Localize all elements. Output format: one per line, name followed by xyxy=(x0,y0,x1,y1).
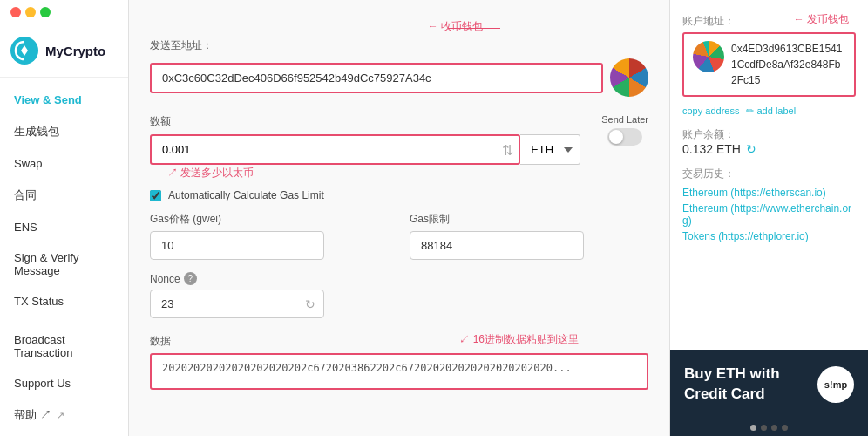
data-input[interactable]: 20202020202020202020202c6720203862202c67… xyxy=(150,353,648,390)
banner-dot-2[interactable] xyxy=(761,425,767,431)
sidebar-item-broadcast[interactable]: Broadcast Transaction xyxy=(0,324,128,368)
main-content: ← 收币钱包 发送至地址： 数额 ⇅ ETH USD ↗ xyxy=(129,0,669,436)
logo-text: MyCrypto xyxy=(45,44,105,58)
buy-eth-text: Buy ETH with Credit Card xyxy=(684,364,780,405)
to-address-label: 发送至地址： xyxy=(150,38,648,53)
account-actions: copy address ✏ add label xyxy=(682,106,856,117)
toggle-knob xyxy=(609,130,623,144)
hex-annotation: ↙ 16进制数据粘贴到这里 xyxy=(459,332,579,347)
sidebar: MyCrypto View & Send 生成钱包 Swap 合同 ENS Si… xyxy=(0,0,129,436)
nonce-refresh-icon[interactable]: ↻ xyxy=(305,297,315,311)
account-identicon xyxy=(693,41,724,72)
amount-input[interactable] xyxy=(150,134,520,165)
send-wallet-annotation: ← 发币钱包 xyxy=(794,12,849,27)
balance-section: 账户余额： 0.132 ETH ↻ xyxy=(682,127,856,156)
amount-currency-row: ⇅ ETH USD xyxy=(150,134,580,165)
nonce-input[interactable] xyxy=(150,290,324,318)
auto-gas-row: Automatically Calculate Gas Limit xyxy=(150,189,648,201)
tx-link-etherchain[interactable]: Ethereum (https://www.etherchain.org) xyxy=(682,202,856,227)
gas-limit-input[interactable] xyxy=(410,231,584,260)
sidebar-item-sign-verify[interactable]: Sign & Verify Message xyxy=(0,242,128,286)
sidebar-nav: View & Send 生成钱包 Swap 合同 ENS Sign & Veri… xyxy=(0,78,128,436)
tx-link-ethplorer[interactable]: Tokens (https://ethplorer.io) xyxy=(682,230,856,242)
address-row xyxy=(150,58,648,97)
sidebar-item-change-language[interactable]: Change Language ↗ xyxy=(0,432,128,436)
amount-section: 数额 ⇅ ETH USD ↗ 发送多少以太币 xyxy=(150,114,580,165)
tx-history-section: 交易历史： Ethereum (https://etherscan.io) Et… xyxy=(682,167,856,242)
gas-limit-label: Gas限制 xyxy=(410,212,648,227)
sidebar-item-help[interactable]: 帮助 ↗ xyxy=(0,399,128,432)
tx-link-etherscan[interactable]: Ethereum (https://etherscan.io) xyxy=(682,187,856,199)
gas-limit-field: Gas限制 xyxy=(410,212,648,260)
mycrypto-logo-icon xyxy=(10,37,38,65)
maximize-button[interactable] xyxy=(40,7,51,17)
currency-select[interactable]: ETH USD xyxy=(520,134,580,165)
account-address-box: 0x4ED3d9613CBE15411CcdfDe8aAf32e848Fb2Fc… xyxy=(682,32,856,97)
amount-label: 数额 xyxy=(150,114,580,129)
to-address-input[interactable] xyxy=(150,63,603,93)
sidebar-item-contract[interactable]: 合同 xyxy=(0,179,128,212)
send-later-label: Send Later xyxy=(601,114,648,125)
banner-dots xyxy=(670,419,868,436)
amount-input-wrap: ⇅ xyxy=(150,134,520,165)
sidebar-item-swap[interactable]: Swap xyxy=(0,148,128,179)
gas-price-field: Gas价格 (gwei) xyxy=(150,212,389,260)
data-section: ↙ 16进制数据粘贴到这里 数据 20202020202020202020202… xyxy=(150,334,648,392)
minimize-button[interactable] xyxy=(25,7,36,17)
sidebar-item-tx-status[interactable]: TX Status xyxy=(0,286,128,317)
auto-gas-label: Automatically Calculate Gas Limit xyxy=(168,189,324,201)
copy-address-link[interactable]: copy address xyxy=(682,106,739,117)
balance-value-row: 0.132 ETH ↻ xyxy=(682,142,856,156)
amount-stepper-icon[interactable]: ⇅ xyxy=(502,141,513,158)
close-button[interactable] xyxy=(10,7,21,17)
sidebar-bottom: Broadcast Transaction Support Us 帮助 ↗ Ch… xyxy=(0,317,128,436)
to-address-identicon xyxy=(610,58,648,97)
banner-dot-4[interactable] xyxy=(782,425,788,431)
send-later-group: Send Later xyxy=(601,114,648,146)
nonce-input-wrap: ↻ xyxy=(150,290,324,318)
nonce-help-icon[interactable]: ? xyxy=(184,272,197,285)
data-input-wrap: 20202020202020202020202c6720203862202c67… xyxy=(150,353,648,392)
add-label-link[interactable]: ✏ add label xyxy=(746,106,796,117)
sidebar-item-ens[interactable]: ENS xyxy=(0,212,128,242)
nonce-label-row: Nonce ? xyxy=(150,272,648,285)
balance-refresh-icon[interactable]: ↻ xyxy=(746,142,756,156)
account-info: 账户地址： ← 发币钱包 0x4ED3d9613CBE15411CcdfDe8a… xyxy=(670,0,868,350)
buy-eth-banner[interactable]: Buy ETH with Credit Card s!mp xyxy=(670,350,868,419)
account-address-text: 0x4ED3d9613CBE15411CcdfDe8aAf32e848Fb2Fc… xyxy=(731,41,845,88)
sidebar-item-generate-wallet[interactable]: 生成钱包 xyxy=(0,115,128,148)
to-address-annotation: ← 收币钱包 xyxy=(428,19,483,34)
banner-dot-1[interactable] xyxy=(750,425,756,431)
balance-label: 账户余额： xyxy=(682,127,856,142)
gas-price-label: Gas价格 (gwei) xyxy=(150,212,389,227)
nonce-row: Nonce ? ↻ xyxy=(150,272,648,318)
sidebar-item-support[interactable]: Support Us xyxy=(0,368,128,399)
simplex-logo: s!mp xyxy=(817,366,854,403)
banner-dot-3[interactable] xyxy=(771,425,777,431)
to-address-section: ← 收币钱包 发送至地址： xyxy=(150,38,648,97)
account-header: 账户地址： ← 发币钱包 xyxy=(682,14,856,29)
amount-annotation: ↗ 发送多少以太币 xyxy=(167,166,254,181)
window-controls xyxy=(0,0,61,24)
amount-send-later-row: 数额 ⇅ ETH USD ↗ 发送多少以太币 Send Later xyxy=(150,114,648,165)
right-panel: 账户地址： ← 发币钱包 0x4ED3d9613CBE15411CcdfDe8a… xyxy=(669,0,868,436)
gas-price-input[interactable] xyxy=(150,231,324,260)
send-later-toggle[interactable] xyxy=(607,128,642,146)
auto-gas-checkbox[interactable] xyxy=(150,190,161,201)
tx-history-label: 交易历史： xyxy=(682,167,856,181)
logo: MyCrypto xyxy=(0,24,128,78)
gas-row: Gas价格 (gwei) Gas限制 xyxy=(150,212,648,260)
sidebar-item-view-send[interactable]: View & Send xyxy=(0,85,128,115)
